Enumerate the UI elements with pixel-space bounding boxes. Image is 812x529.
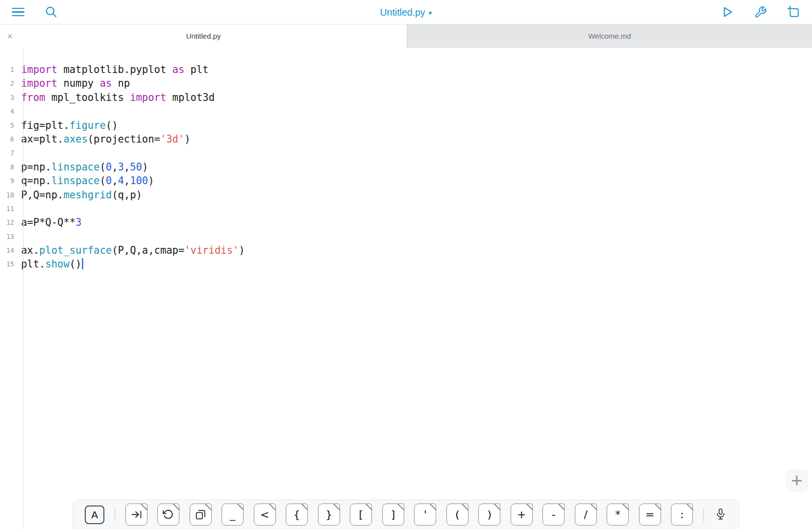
dictation-key[interactable] — [714, 508, 727, 521]
top-toolbar: Untitled.py ▼ — [0, 0, 812, 24]
key-label: : — [680, 509, 684, 520]
code-line[interactable]: 13 — [0, 230, 812, 243]
play-icon — [721, 5, 734, 19]
asterisk-key[interactable]: * — [607, 504, 629, 526]
code-text: q=np.linspace(0,4,100) — [19, 174, 154, 188]
key-label: { — [294, 509, 300, 520]
underscore-key[interactable]: _ — [221, 504, 244, 526]
equals-key[interactable]: = — [639, 504, 661, 526]
key-label: } — [325, 509, 332, 520]
floating-plus-button[interactable]: + — [786, 469, 808, 492]
keyboard-divider — [703, 508, 704, 522]
line-number: 15 — [0, 257, 19, 271]
code-line[interactable]: 3from mpl_toolkits import mplot3d — [0, 91, 812, 104]
line-number: 8 — [0, 160, 19, 174]
new-file-button[interactable] — [787, 5, 800, 20]
line-number: 10 — [0, 188, 19, 202]
code-lines: 1import matplotlib.pyplot as plt2import … — [0, 63, 812, 271]
code-text — [19, 202, 21, 216]
wrench-icon — [754, 6, 767, 19]
open-brace-key[interactable]: { — [286, 504, 308, 526]
code-text — [19, 146, 21, 160]
tab-welcome-md[interactable]: Welcome.md — [407, 24, 812, 48]
menu-button[interactable] — [12, 5, 25, 20]
toolbar-right-group — [721, 5, 800, 20]
line-number: 5 — [0, 119, 19, 132]
key-label: ] — [391, 509, 395, 520]
copy-key[interactable] — [190, 504, 212, 526]
apostrophe-key[interactable]: ' — [414, 504, 436, 526]
key-label: ( — [455, 509, 460, 520]
line-number: 2 — [0, 76, 19, 90]
tools-button[interactable] — [754, 5, 767, 20]
code-line[interactable]: 2import numpy as np — [0, 76, 812, 90]
line-number: 3 — [0, 91, 19, 104]
close-icon[interactable]: × — [7, 32, 13, 41]
undo-key[interactable] — [157, 504, 179, 526]
document-title-menu[interactable]: Untitled.py ▼ — [380, 6, 432, 18]
undo-arrow-icon — [162, 508, 174, 521]
key-label: ) — [487, 509, 492, 520]
line-number: 13 — [0, 230, 19, 243]
less-than-key[interactable]: < — [254, 504, 276, 526]
key-label: A — [91, 510, 98, 520]
code-text: import matplotlib.pyplot as plt — [19, 63, 209, 76]
key-label: < — [260, 509, 269, 520]
code-line[interactable]: 11 — [0, 202, 812, 216]
key-label: ' — [424, 509, 427, 520]
toolbar-left-group — [12, 5, 58, 20]
line-number: 12 — [0, 216, 19, 229]
colon-key[interactable]: : — [671, 504, 693, 526]
code-line[interactable]: 15plt.show() — [0, 257, 812, 271]
close-paren-key[interactable]: ) — [478, 504, 500, 526]
code-text: P,Q=np.meshgrid(q,p) — [19, 188, 142, 202]
code-editor-app: Untitled.py ▼ × Untitled.py Welcome.md 1… — [0, 0, 812, 529]
code-line[interactable]: 10P,Q=np.meshgrid(q,p) — [0, 188, 812, 202]
code-line[interactable]: 8p=np.linspace(0,3,50) — [0, 160, 812, 174]
code-line[interactable]: 4 — [0, 104, 812, 118]
keyboard-keys: A_<{}[]'()+-/*=: — [85, 504, 727, 526]
select-key[interactable]: A — [85, 505, 104, 524]
search-button[interactable] — [45, 5, 58, 20]
tab-bar: × Untitled.py Welcome.md — [0, 24, 812, 48]
code-editor[interactable]: 1import matplotlib.pyplot as plt2import … — [0, 48, 812, 529]
code-line[interactable]: 5fig=plt.figure() — [0, 119, 812, 132]
open-bracket-key[interactable]: [ — [350, 504, 372, 526]
keyboard-accessory-bar: A_<{}[]'()+-/*=: — [73, 500, 739, 529]
key-label: + — [517, 509, 526, 520]
code-text: from mpl_toolkits import mplot3d — [19, 91, 215, 104]
code-text: import numpy as np — [19, 76, 130, 90]
code-text: p=np.linspace(0,3,50) — [19, 160, 148, 174]
page-title: Untitled.py — [380, 6, 425, 18]
code-line[interactable]: 9q=np.linspace(0,4,100) — [0, 174, 812, 188]
run-button[interactable] — [721, 5, 734, 20]
code-line[interactable]: 1import matplotlib.pyplot as plt — [0, 63, 812, 76]
close-brace-key[interactable]: } — [318, 504, 340, 526]
code-line[interactable]: 12a=P*Q-Q**3 — [0, 216, 812, 229]
tab-untitled-py[interactable]: × Untitled.py — [0, 24, 407, 48]
code-text: ax.plot_surface(P,Q,a,cmap='viridis') — [19, 243, 245, 257]
line-number: 6 — [0, 132, 19, 146]
code-line[interactable]: 7 — [0, 146, 812, 160]
code-line[interactable]: 14ax.plot_surface(P,Q,a,cmap='viridis') — [0, 243, 812, 257]
key-label: * — [615, 509, 620, 520]
key-label: - — [552, 509, 556, 520]
minus-key[interactable]: - — [542, 504, 565, 526]
microphone-icon — [715, 508, 726, 521]
code-text: a=P*Q-Q**3 — [19, 216, 81, 229]
key-label: _ — [230, 509, 235, 520]
hamburger-icon — [12, 8, 25, 17]
code-text: fig=plt.figure() — [19, 119, 118, 132]
tab-arrow-icon — [130, 508, 143, 521]
key-label: = — [645, 509, 654, 520]
line-number: 4 — [0, 104, 19, 118]
slash-key[interactable]: / — [575, 504, 597, 526]
line-number: 7 — [0, 146, 19, 160]
copy-icon — [195, 508, 207, 521]
open-paren-key[interactable]: ( — [446, 504, 468, 526]
tab-key[interactable] — [125, 504, 148, 526]
plus-key[interactable]: + — [511, 504, 533, 526]
close-bracket-key[interactable]: ] — [382, 504, 404, 526]
code-line[interactable]: 6ax=plt.axes(projection='3d') — [0, 132, 812, 146]
code-text — [19, 230, 21, 243]
